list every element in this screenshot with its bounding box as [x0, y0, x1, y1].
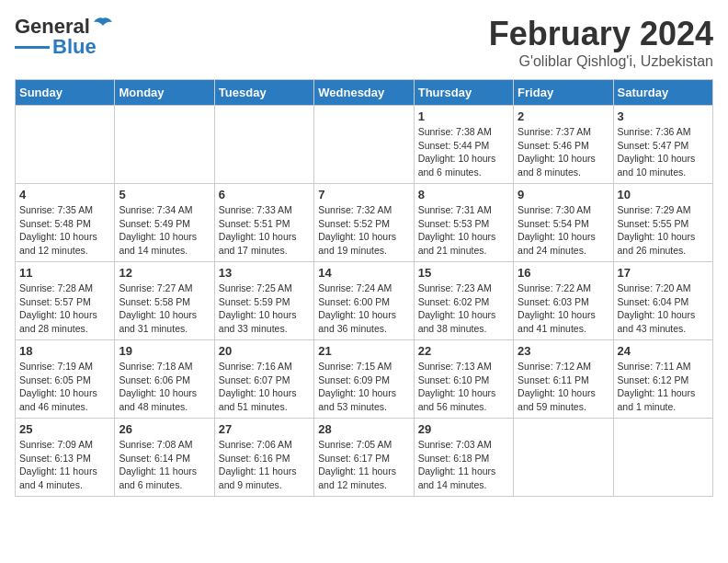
- calendar-cell: 5Sunrise: 7:34 AMSunset: 5:49 PMDaylight…: [115, 184, 214, 262]
- calendar-cell: 8Sunrise: 7:31 AMSunset: 5:53 PMDaylight…: [414, 184, 513, 262]
- cell-info: Sunrise: 7:23 AMSunset: 6:02 PMDaylight:…: [418, 282, 509, 336]
- cell-info: Sunrise: 7:37 AMSunset: 5:46 PMDaylight:…: [518, 125, 609, 179]
- cell-info: Sunrise: 7:32 AMSunset: 5:52 PMDaylight:…: [318, 203, 409, 258]
- calendar-cell: 13Sunrise: 7:25 AMSunset: 5:59 PMDayligh…: [214, 262, 313, 340]
- calendar-subtitle: G'oliblar Qishlog'i, Uzbekistan: [489, 53, 713, 70]
- calendar-week-row: 1Sunrise: 7:38 AMSunset: 5:44 PMDaylight…: [16, 106, 713, 184]
- cell-day-number: 14: [318, 266, 409, 280]
- calendar-cell: 1Sunrise: 7:38 AMSunset: 5:44 PMDaylight…: [414, 106, 513, 184]
- calendar-cell: 20Sunrise: 7:16 AMSunset: 6:07 PMDayligh…: [214, 340, 313, 419]
- cell-day-number: 10: [618, 188, 709, 201]
- logo-bird-icon: [92, 17, 114, 37]
- cell-day-number: 11: [19, 266, 110, 280]
- cell-day-number: 21: [318, 344, 409, 358]
- cell-day-number: 4: [19, 188, 110, 201]
- cell-info: Sunrise: 7:19 AMSunset: 6:05 PMDaylight:…: [19, 360, 110, 414]
- calendar-cell: 16Sunrise: 7:22 AMSunset: 6:03 PMDayligh…: [514, 262, 613, 340]
- cell-info: Sunrise: 7:34 AMSunset: 5:49 PMDaylight:…: [119, 203, 210, 258]
- cell-info: Sunrise: 7:24 AMSunset: 6:00 PMDaylight:…: [318, 282, 409, 336]
- calendar-cell: 14Sunrise: 7:24 AMSunset: 6:00 PMDayligh…: [314, 262, 414, 340]
- calendar-cell: [16, 106, 115, 184]
- cell-day-number: 27: [219, 422, 310, 436]
- calendar-cell: 29Sunrise: 7:03 AMSunset: 6:18 PMDayligh…: [414, 419, 513, 497]
- weekday-header: Saturday: [613, 80, 712, 106]
- cell-info: Sunrise: 7:29 AMSunset: 5:55 PMDaylight:…: [618, 203, 709, 258]
- calendar-header-row: SundayMondayTuesdayWednesdayThursdayFrid…: [16, 80, 713, 106]
- calendar-cell: [115, 106, 214, 184]
- calendar-cell: 10Sunrise: 7:29 AMSunset: 5:55 PMDayligh…: [613, 184, 712, 262]
- calendar-cell: 4Sunrise: 7:35 AMSunset: 5:48 PMDaylight…: [16, 184, 115, 262]
- weekday-header: Wednesday: [314, 80, 414, 106]
- logo: General Blue: [15, 15, 114, 59]
- cell-info: Sunrise: 7:05 AMSunset: 6:17 PMDaylight:…: [318, 438, 409, 492]
- cell-info: Sunrise: 7:30 AMSunset: 5:54 PMDaylight:…: [518, 203, 609, 258]
- calendar-cell: 24Sunrise: 7:11 AMSunset: 6:12 PMDayligh…: [613, 340, 712, 419]
- logo-bottom: Blue: [15, 35, 97, 59]
- cell-day-number: 18: [19, 344, 110, 358]
- cell-day-number: 8: [418, 188, 509, 201]
- cell-day-number: 7: [318, 188, 409, 201]
- calendar-cell: 26Sunrise: 7:08 AMSunset: 6:14 PMDayligh…: [115, 419, 214, 497]
- cell-info: Sunrise: 7:08 AMSunset: 6:14 PMDaylight:…: [119, 438, 210, 492]
- calendar-cell: 6Sunrise: 7:33 AMSunset: 5:51 PMDaylight…: [214, 184, 313, 262]
- calendar-table: SundayMondayTuesdayWednesdayThursdayFrid…: [15, 79, 713, 497]
- cell-day-number: 15: [418, 266, 509, 280]
- cell-info: Sunrise: 7:16 AMSunset: 6:07 PMDaylight:…: [219, 360, 310, 414]
- cell-info: Sunrise: 7:25 AMSunset: 5:59 PMDaylight:…: [219, 282, 310, 336]
- calendar-week-row: 11Sunrise: 7:28 AMSunset: 5:57 PMDayligh…: [16, 262, 713, 340]
- calendar-cell: 22Sunrise: 7:13 AMSunset: 6:10 PMDayligh…: [414, 340, 513, 419]
- calendar-title: February 2024: [489, 15, 713, 53]
- cell-info: Sunrise: 7:06 AMSunset: 6:16 PMDaylight:…: [219, 438, 310, 492]
- cell-info: Sunrise: 7:35 AMSunset: 5:48 PMDaylight:…: [19, 203, 110, 258]
- calendar-cell: 25Sunrise: 7:09 AMSunset: 6:13 PMDayligh…: [16, 419, 115, 497]
- calendar-cell: 28Sunrise: 7:05 AMSunset: 6:17 PMDayligh…: [314, 419, 414, 497]
- cell-day-number: 16: [518, 266, 609, 280]
- cell-day-number: 25: [19, 422, 110, 436]
- calendar-cell: [214, 106, 313, 184]
- cell-day-number: 19: [119, 344, 210, 358]
- cell-day-number: 1: [418, 109, 509, 123]
- calendar-cell: 3Sunrise: 7:36 AMSunset: 5:47 PMDaylight…: [613, 106, 712, 184]
- weekday-header: Monday: [115, 80, 214, 106]
- calendar-cell: 2Sunrise: 7:37 AMSunset: 5:46 PMDaylight…: [514, 106, 613, 184]
- cell-info: Sunrise: 7:11 AMSunset: 6:12 PMDaylight:…: [618, 360, 709, 414]
- calendar-cell: 15Sunrise: 7:23 AMSunset: 6:02 PMDayligh…: [414, 262, 513, 340]
- cell-day-number: 22: [418, 344, 509, 358]
- calendar-week-row: 4Sunrise: 7:35 AMSunset: 5:48 PMDaylight…: [16, 184, 713, 262]
- calendar-cell: 19Sunrise: 7:18 AMSunset: 6:06 PMDayligh…: [115, 340, 214, 419]
- weekday-header: Thursday: [414, 80, 513, 106]
- cell-day-number: 28: [318, 422, 409, 436]
- cell-info: Sunrise: 7:18 AMSunset: 6:06 PMDaylight:…: [119, 360, 210, 414]
- page-header: General Blue February 2024 G'oliblar Qis…: [15, 15, 713, 70]
- cell-day-number: 26: [119, 422, 210, 436]
- calendar-cell: 17Sunrise: 7:20 AMSunset: 6:04 PMDayligh…: [613, 262, 712, 340]
- cell-day-number: 6: [219, 188, 310, 201]
- logo-bar: [15, 46, 50, 49]
- weekday-header: Tuesday: [214, 80, 313, 106]
- cell-day-number: 3: [618, 109, 709, 123]
- title-block: February 2024 G'oliblar Qishlog'i, Uzbek…: [489, 15, 713, 70]
- calendar-cell: [613, 419, 712, 497]
- calendar-cell: 9Sunrise: 7:30 AMSunset: 5:54 PMDaylight…: [514, 184, 613, 262]
- cell-day-number: 20: [219, 344, 310, 358]
- cell-day-number: 12: [119, 266, 210, 280]
- cell-info: Sunrise: 7:36 AMSunset: 5:47 PMDaylight:…: [618, 125, 709, 179]
- cell-day-number: 23: [518, 344, 609, 358]
- cell-info: Sunrise: 7:38 AMSunset: 5:44 PMDaylight:…: [418, 125, 509, 179]
- cell-info: Sunrise: 7:13 AMSunset: 6:10 PMDaylight:…: [418, 360, 509, 414]
- logo-blue-text: Blue: [52, 35, 97, 59]
- cell-info: Sunrise: 7:09 AMSunset: 6:13 PMDaylight:…: [19, 438, 110, 492]
- cell-info: Sunrise: 7:15 AMSunset: 6:09 PMDaylight:…: [318, 360, 409, 414]
- cell-info: Sunrise: 7:20 AMSunset: 6:04 PMDaylight:…: [618, 282, 709, 336]
- weekday-header: Sunday: [16, 80, 115, 106]
- cell-info: Sunrise: 7:33 AMSunset: 5:51 PMDaylight:…: [219, 203, 310, 258]
- cell-day-number: 17: [618, 266, 709, 280]
- cell-day-number: 29: [418, 422, 509, 436]
- calendar-cell: 7Sunrise: 7:32 AMSunset: 5:52 PMDaylight…: [314, 184, 414, 262]
- cell-info: Sunrise: 7:12 AMSunset: 6:11 PMDaylight:…: [518, 360, 609, 414]
- calendar-cell: [314, 106, 414, 184]
- cell-info: Sunrise: 7:22 AMSunset: 6:03 PMDaylight:…: [518, 282, 609, 336]
- calendar-week-row: 25Sunrise: 7:09 AMSunset: 6:13 PMDayligh…: [16, 419, 713, 497]
- cell-day-number: 24: [618, 344, 709, 358]
- cell-info: Sunrise: 7:31 AMSunset: 5:53 PMDaylight:…: [418, 203, 509, 258]
